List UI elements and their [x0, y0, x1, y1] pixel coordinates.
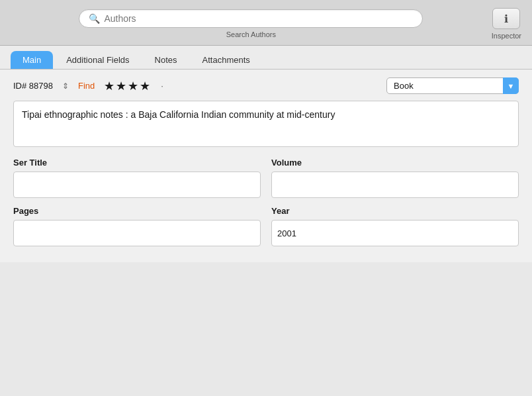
year-input[interactable] [271, 220, 519, 246]
dot-separator: · [161, 81, 163, 91]
ser-title-group: Ser Title [13, 158, 261, 198]
meta-row: ID# 88798 ⇕ Find ★★★★ · Book Journal Art… [13, 77, 519, 94]
inspector-button[interactable]: ℹ [492, 8, 520, 29]
pages-input[interactable] [13, 220, 261, 246]
pages-label: Pages [13, 206, 261, 216]
fields-grid: Ser Title Volume Pages Year [13, 158, 519, 254]
search-bar: 🔍 [79, 9, 423, 28]
info-icon: ℹ [504, 13, 508, 25]
search-input[interactable] [104, 13, 413, 24]
find-button[interactable]: Find [78, 81, 95, 91]
content-area: ID# 88798 ⇕ Find ★★★★ · Book Journal Art… [0, 70, 532, 262]
find-arrow-icon: ⇕ [62, 81, 69, 91]
pages-group: Pages [13, 206, 261, 246]
toolbar: 🔍 Search Authors ℹ Inspector [0, 0, 532, 46]
volume-input[interactable] [271, 172, 519, 198]
search-area: 🔍 Search Authors [11, 9, 492, 38]
volume-group: Volume [271, 158, 519, 198]
tab-main[interactable]: Main [11, 51, 53, 69]
search-label: Search Authors [226, 30, 276, 38]
tabs-bar: Main Additional Fields Notes Attachments [0, 46, 532, 70]
title-field[interactable]: Tipai ethnographic notes : a Baja Califo… [13, 101, 519, 147]
inspector-area: ℹ Inspector [492, 8, 521, 40]
year-group: Year [271, 206, 519, 246]
tab-attachments[interactable]: Attachments [191, 51, 262, 69]
rating-stars[interactable]: ★★★★ [104, 79, 152, 93]
year-label: Year [271, 206, 519, 216]
tab-notes[interactable]: Notes [143, 51, 189, 69]
type-select[interactable]: Book Journal Article Conference Paper Th… [386, 77, 519, 94]
volume-label: Volume [271, 158, 519, 168]
ser-title-input[interactable] [13, 172, 261, 198]
tab-additional-fields[interactable]: Additional Fields [54, 51, 141, 69]
search-icon: 🔍 [89, 13, 100, 24]
ser-title-label: Ser Title [13, 158, 261, 168]
inspector-label: Inspector [492, 32, 521, 40]
record-id: ID# 88798 [13, 81, 53, 91]
type-select-wrap: Book Journal Article Conference Paper Th… [386, 77, 519, 94]
